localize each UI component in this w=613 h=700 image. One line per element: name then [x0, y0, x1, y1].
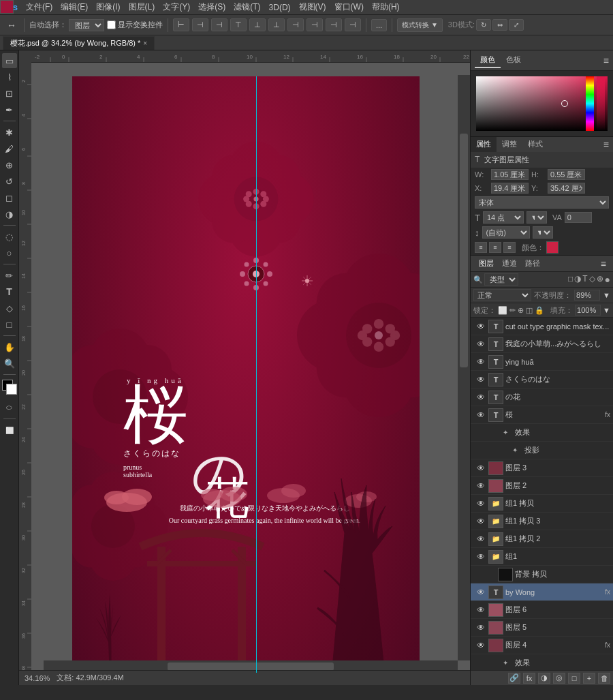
layer-item[interactable]: 👁 T ying huā	[471, 353, 613, 371]
menu-3d[interactable]: 3D(D)	[265, 3, 295, 12]
pen-tool[interactable]: ✏	[2, 268, 17, 283]
filter-toggle-icon[interactable]: ●	[605, 274, 610, 285]
tab-channels[interactable]: 通道	[498, 257, 521, 270]
layer-visibility-icon[interactable]: 👁	[485, 569, 496, 580]
eraser-tool[interactable]: ◻	[2, 190, 17, 205]
layer-item[interactable]: 👁 📁 组1	[471, 548, 613, 566]
layer-item[interactable]: 👁 图层 5	[471, 619, 613, 637]
layer-visibility-icon[interactable]: 👁	[475, 498, 486, 509]
text-align-left[interactable]: ≡	[475, 242, 487, 253]
leading-unit-select[interactable]: ▼	[533, 226, 553, 239]
layer-visibility-icon[interactable]: 👁	[475, 481, 486, 491]
layer-group-btn[interactable]: □	[568, 673, 580, 684]
tab-paths[interactable]: 路径	[521, 257, 544, 270]
lock-transparent-icon[interactable]: ⬜	[498, 306, 507, 315]
x-input[interactable]	[491, 183, 529, 194]
layer-visibility-icon[interactable]: 👁	[485, 658, 496, 669]
align-bottom-btn[interactable]: ⊥	[268, 18, 285, 31]
scrollbar-vertical[interactable]	[458, 75, 470, 660]
menu-help[interactable]: 帮助(H)	[368, 1, 404, 13]
layer-item[interactable]: 👁 ✦ 投影	[471, 442, 613, 459]
layer-visibility-icon[interactable]: 👁	[475, 622, 486, 633]
hand-tool[interactable]: ✋	[2, 339, 17, 354]
tracking-input[interactable]	[565, 212, 592, 223]
layer-link-btn[interactable]: 🔗	[508, 673, 520, 684]
layer-visibility-icon[interactable]: 👁	[475, 463, 486, 474]
menu-edit[interactable]: 编辑(E)	[57, 1, 92, 13]
layer-visibility-icon[interactable]: 👁	[475, 640, 486, 651]
quick-mask-btn[interactable]: ⬭	[2, 400, 17, 415]
w-input[interactable]	[491, 169, 529, 180]
lock-image-icon[interactable]: ✏	[509, 306, 516, 315]
opacity-dropdown-icon[interactable]: ▼	[603, 291, 610, 299]
lasso-tool[interactable]: ⌇	[2, 70, 17, 85]
layer-item[interactable]: 👁 📁 组1 拷贝 2	[471, 530, 613, 548]
layer-item[interactable]: 👁 T 我庭の小草萌...みがへるらし	[471, 335, 613, 353]
text-color-swatch[interactable]	[546, 241, 559, 254]
align-middle-btn[interactable]: ⊥	[249, 18, 266, 31]
history-tool[interactable]: ↺	[2, 174, 17, 189]
fill-input[interactable]	[575, 305, 601, 316]
font-size-select[interactable]: 14 点	[483, 211, 524, 224]
selection-tool[interactable]: ▭	[2, 53, 17, 68]
lock-position-icon[interactable]: ⊕	[518, 306, 524, 315]
zoom-tool[interactable]: 🔍	[2, 356, 17, 371]
layer-mask-btn[interactable]: ◑	[538, 673, 550, 684]
blur-tool[interactable]: ◌	[2, 229, 17, 244]
color-alpha-slider[interactable]	[597, 76, 605, 131]
dodge-tool[interactable]: ○	[2, 245, 17, 260]
layer-visibility-icon[interactable]: 👁	[475, 410, 486, 421]
menu-window[interactable]: 窗口(W)	[330, 1, 368, 13]
layers-panel-menu[interactable]: ≡	[598, 258, 609, 269]
layer-visibility-icon[interactable]: 👁	[475, 356, 486, 367]
layer-fx-btn[interactable]: fx	[523, 673, 535, 684]
y-input[interactable]	[548, 183, 585, 194]
filter-text-icon[interactable]: T	[582, 274, 587, 285]
more-options-btn[interactable]: ...	[371, 19, 387, 31]
layer-item[interactable]: 👁 T cut out type graphic mask tex...	[471, 318, 613, 335]
layer-item[interactable]: 👁 T の花	[471, 389, 613, 406]
layer-visibility-icon[interactable]: 👁	[475, 605, 486, 615]
layer-adj-btn[interactable]: ◎	[553, 673, 565, 684]
distribute-btn[interactable]: ⊣	[287, 18, 304, 31]
lock-artboard-icon[interactable]: ◫	[526, 306, 533, 315]
path-tool[interactable]: ◇	[2, 301, 17, 316]
layer-item[interactable]: 👁 ✦ 效果	[471, 654, 613, 670]
stamp-tool[interactable]: ⊕	[2, 157, 17, 172]
menu-layer[interactable]: 图层(L)	[125, 1, 159, 13]
layer-visibility-icon[interactable]: 👁	[475, 551, 486, 562]
font-family-select[interactable]: 宋体	[475, 196, 609, 209]
move-tool-icon[interactable]: ↔	[4, 18, 19, 33]
transform-control-checkbox[interactable]	[107, 20, 116, 29]
document-tab[interactable]: 樱花.psd @ 34.2% (by Wong, RGB/8) * ×	[3, 36, 155, 50]
distribute3-btn[interactable]: ⊣	[326, 18, 342, 31]
crop-tool[interactable]: ⊡	[2, 86, 17, 101]
layer-visibility-icon[interactable]: 👁	[475, 587, 486, 598]
color-hue-slider[interactable]	[586, 76, 594, 131]
lock-all-icon[interactable]: 🔒	[535, 306, 544, 315]
layer-visibility-icon[interactable]: 👁	[485, 427, 496, 438]
healing-tool[interactable]: ✱	[2, 125, 17, 140]
menu-text[interactable]: 文字(Y)	[159, 1, 194, 13]
layer-visibility-icon[interactable]: 👁	[494, 445, 505, 456]
distribute4-btn[interactable]: ⊣	[345, 18, 361, 31]
tab-adjustments[interactable]: 调整	[497, 137, 522, 152]
text-align-center[interactable]: ≡	[489, 242, 501, 253]
font-unit-select[interactable]: ▼	[526, 211, 547, 224]
color-panel-menu[interactable]: ≡	[603, 55, 609, 66]
layer-item[interactable]: 👁 图层 2	[471, 477, 613, 495]
opacity-input[interactable]	[574, 290, 600, 301]
3d-scale-btn[interactable]: ⤢	[509, 19, 524, 31]
fill-dropdown-icon[interactable]: ▼	[603, 306, 610, 314]
align-right-btn[interactable]: ⊣	[211, 18, 227, 31]
props-panel-menu[interactable]: ≡	[599, 137, 613, 152]
align-center-h-btn[interactable]: ⊣	[192, 18, 208, 31]
filter-pixel-icon[interactable]: □	[568, 274, 573, 285]
layer-type-filter[interactable]: 类型	[484, 273, 518, 286]
shape-tool[interactable]: □	[2, 317, 17, 332]
text-align-right[interactable]: ≡	[503, 242, 516, 253]
layer-visibility-icon[interactable]: 👁	[475, 374, 486, 385]
layer-item[interactable]: 👁 背景 拷贝	[471, 566, 613, 583]
tab-styles[interactable]: 样式	[522, 137, 548, 152]
align-left-btn[interactable]: ⊢	[173, 18, 189, 31]
